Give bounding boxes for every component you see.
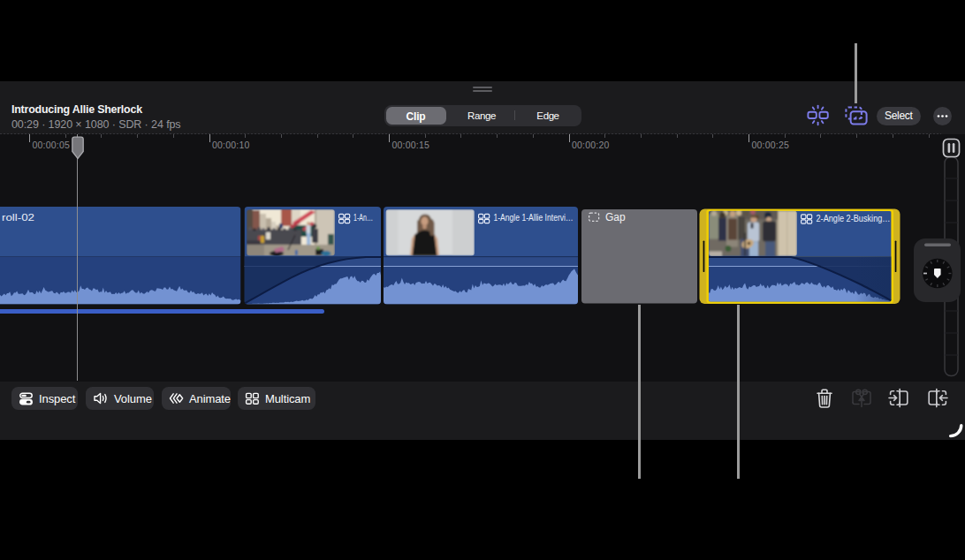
svg-text:roll-02: roll-02: [2, 212, 34, 223]
svg-text:1-An…: 1-An…: [353, 212, 373, 223]
svg-text:Gap: Gap: [605, 211, 626, 223]
svg-text:1-Angle 1-Allie Intervi…: 1-Angle 1-Allie Intervi…: [494, 212, 574, 223]
svg-text:2-Angle 2-Busking…: 2-Angle 2-Busking…: [817, 213, 891, 223]
